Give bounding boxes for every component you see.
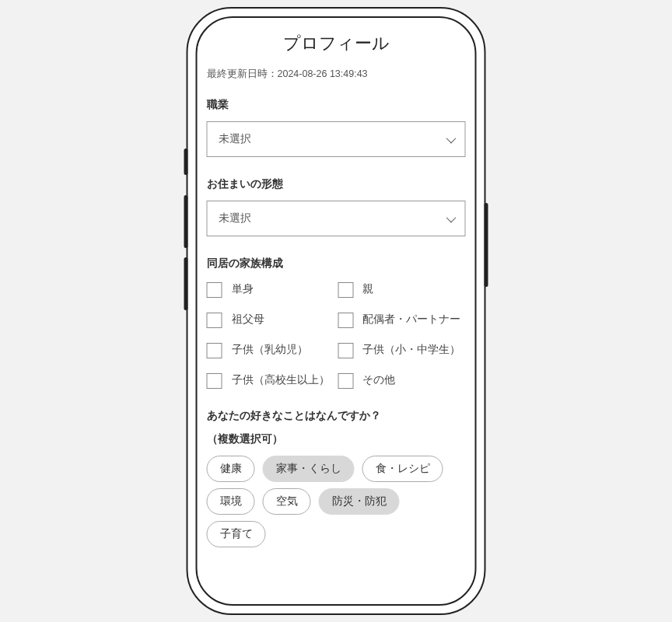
chip-hobby-2[interactable]: 食・レシピ (362, 456, 443, 482)
checkbox-family-4[interactable]: 子供（乳幼児） (207, 342, 335, 358)
checkbox-label: 単身 (232, 281, 254, 297)
field-family: 同居の家族構成 単身親祖父母配偶者・パートナー子供（乳幼児）子供（小・中学生）子… (207, 257, 466, 389)
field-hobbies: あなたの好きなことはなんですか？ （複数選択可） 健康家事・くらし食・レシピ環境… (207, 409, 466, 547)
page-title: プロフィール (207, 32, 466, 55)
checkbox-family-5[interactable]: 子供（小・中学生） (338, 342, 466, 358)
chip-hobby-4[interactable]: 空気 (263, 488, 311, 515)
checkbox-family-2[interactable]: 祖父母 (207, 312, 335, 328)
field-residence: お住まいの形態 未選択 (207, 177, 466, 236)
checkbox-icon (338, 313, 353, 328)
checkbox-family-6[interactable]: 子供（高校生以上） (207, 372, 335, 389)
checkbox-label: 親 (362, 281, 373, 297)
field-label-occupation: 職業 (207, 98, 466, 112)
field-occupation: 職業 未選択 (207, 98, 466, 157)
device-frame-inner: プロフィール 最終更新日時：2024-08-26 13:49:43 職業 未選択… (196, 16, 477, 606)
checkbox-icon (207, 373, 222, 389)
checkbox-label: 子供（小・中学生） (362, 342, 460, 358)
field-sublabel-hobbies: （複数選択可） (207, 432, 466, 446)
checkbox-family-0[interactable]: 単身 (207, 281, 335, 298)
field-label-residence: お住まいの形態 (207, 177, 466, 191)
checkbox-icon (338, 343, 353, 358)
side-button-mute (184, 149, 188, 175)
checkbox-label: 祖父母 (232, 312, 264, 327)
checkbox-label: その他 (362, 372, 395, 388)
select-occupation-value: 未選択 (219, 132, 251, 146)
field-label-hobbies: あなたの好きなことはなんですか？ (207, 409, 466, 423)
screen: プロフィール 最終更新日時：2024-08-26 13:49:43 職業 未選択… (198, 18, 475, 604)
chip-hobby-0[interactable]: 健康 (207, 456, 255, 482)
side-button-vol-up (184, 195, 188, 248)
checkbox-icon (207, 343, 222, 358)
chip-hobby-5[interactable]: 防災・防犯 (319, 488, 400, 515)
checkbox-label: 配偶者・パートナー (362, 312, 460, 327)
select-residence[interactable]: 未選択 (207, 201, 466, 236)
last-updated-value: 2024-08-26 13:49:43 (278, 68, 368, 79)
checkbox-family-3[interactable]: 配偶者・パートナー (338, 312, 466, 328)
checkbox-family-1[interactable]: 親 (338, 281, 466, 298)
side-button-vol-down (184, 257, 188, 310)
checkbox-icon (338, 373, 353, 389)
device-frame-outer: プロフィール 最終更新日時：2024-08-26 13:49:43 職業 未選択… (187, 7, 486, 615)
last-updated: 最終更新日時：2024-08-26 13:49:43 (207, 68, 466, 81)
last-updated-label: 最終更新日時： (207, 68, 278, 79)
field-label-family: 同居の家族構成 (207, 257, 466, 271)
checkbox-icon (207, 313, 222, 328)
chip-hobby-3[interactable]: 環境 (207, 488, 255, 515)
side-button-power (485, 203, 488, 287)
chip-hobby-6[interactable]: 子育て (207, 521, 266, 547)
checkbox-icon (338, 282, 353, 298)
checkbox-family-7[interactable]: その他 (338, 372, 466, 389)
select-residence-value: 未選択 (219, 211, 251, 225)
checkbox-icon (207, 282, 222, 298)
checkbox-label: 子供（高校生以上） (232, 372, 330, 388)
select-occupation[interactable]: 未選択 (207, 121, 466, 157)
chip-hobby-1[interactable]: 家事・くらし (263, 456, 355, 482)
checkbox-label: 子供（乳幼児） (232, 342, 308, 358)
